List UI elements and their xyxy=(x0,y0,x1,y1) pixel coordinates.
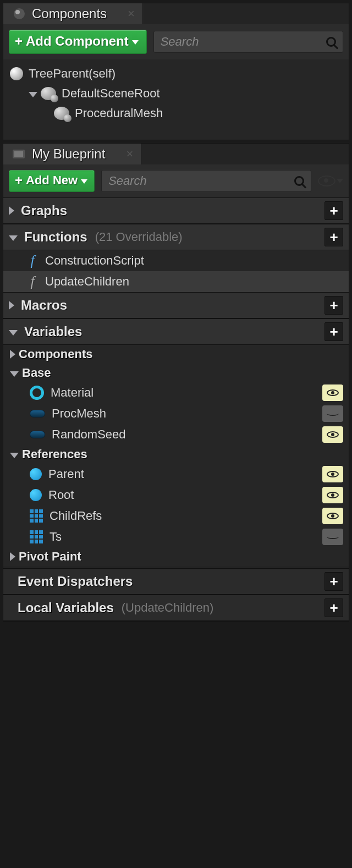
blueprint-search-input[interactable]: Search xyxy=(101,170,311,192)
search-placeholder: Search xyxy=(161,35,199,49)
component-self-label: TreeParent(self) xyxy=(29,67,116,81)
add-dispatcher-button[interactable]: + xyxy=(324,572,343,591)
add-component-label: Add Component xyxy=(26,34,129,49)
components-tab[interactable]: Components × xyxy=(3,3,143,24)
function-item[interactable]: f UpdateChildren xyxy=(3,271,349,292)
chevron-down-icon xyxy=(337,179,343,183)
eye-open-icon xyxy=(327,431,339,438)
category-label: Components xyxy=(19,347,92,361)
visibility-toggle[interactable] xyxy=(322,529,343,545)
eye-closed-icon xyxy=(327,411,339,416)
expand-arrow-icon[interactable] xyxy=(10,371,19,377)
blueprint-tab-bar: My Blueprint × xyxy=(3,144,349,164)
material-ring-icon xyxy=(30,386,44,400)
variable-name: Root xyxy=(48,488,74,502)
object-pill-icon xyxy=(30,410,45,417)
category-base[interactable]: Base xyxy=(3,364,349,382)
section-variables[interactable]: Variables + xyxy=(3,318,349,345)
component-scene-root-row[interactable]: DefaultSceneRoot xyxy=(7,84,345,103)
visibility-toggle[interactable] xyxy=(322,466,343,482)
category-pivot-paint[interactable]: Pivot Paint xyxy=(3,547,349,566)
components-toolbar: + Add Component Search xyxy=(3,24,349,59)
visibility-toggle[interactable] xyxy=(322,405,343,422)
expand-arrow-icon[interactable] xyxy=(29,92,37,97)
add-variable-button[interactable]: + xyxy=(324,322,343,341)
section-macros[interactable]: Macros + xyxy=(3,292,349,318)
components-panel: Components × + Add Component Search Tree… xyxy=(3,3,349,140)
eye-closed-icon xyxy=(327,535,339,539)
add-function-button[interactable]: + xyxy=(324,228,343,246)
variable-row[interactable]: Material xyxy=(3,382,349,403)
component-self-row[interactable]: TreeParent(self) xyxy=(7,64,345,84)
eye-open-icon xyxy=(327,389,339,396)
local-vars-subtitle: (UpdateChildren) xyxy=(122,601,214,615)
eye-open-icon xyxy=(327,513,339,519)
blueprint-toolbar: + Add New Search xyxy=(3,164,349,197)
collapse-arrow-icon[interactable] xyxy=(9,206,14,215)
expand-arrow-icon[interactable] xyxy=(9,330,18,336)
visibility-toggle[interactable] xyxy=(322,508,343,524)
category-components[interactable]: Components xyxy=(3,345,349,364)
component-procmesh-row[interactable]: ProceduralMesh xyxy=(7,103,345,123)
expand-arrow-icon[interactable] xyxy=(9,235,18,241)
components-tree: TreeParent(self) DefaultSceneRoot Proced… xyxy=(3,59,349,140)
visibility-toggle[interactable] xyxy=(322,487,343,503)
components-tab-bar: Components × xyxy=(3,3,349,24)
visibility-filter-button[interactable] xyxy=(318,175,343,186)
category-label: References xyxy=(22,447,87,462)
section-graphs[interactable]: Graphs + xyxy=(3,197,349,224)
variable-name: Material xyxy=(51,386,94,400)
collapse-arrow-icon[interactable] xyxy=(9,301,14,310)
svg-point-0 xyxy=(14,8,25,19)
variable-row[interactable]: ChildRefs xyxy=(3,506,349,526)
variable-row[interactable]: ProcMesh xyxy=(3,403,349,424)
variable-row[interactable]: Root xyxy=(3,485,349,506)
expand-arrow-icon[interactable] xyxy=(10,453,19,458)
variable-name: RandomSeed xyxy=(52,427,126,442)
add-component-button[interactable]: + Add Component xyxy=(9,30,147,54)
functions-title: Functions xyxy=(24,229,87,245)
blueprint-tab[interactable]: My Blueprint × xyxy=(3,144,141,164)
function-name: UpdateChildren xyxy=(45,274,129,289)
variable-row[interactable]: Ts xyxy=(3,526,349,547)
eye-open-icon xyxy=(327,471,339,477)
function-name: ConstructionScript xyxy=(45,254,144,268)
function-icon: f xyxy=(25,273,40,290)
section-event-dispatchers[interactable]: Event Dispatchers + xyxy=(3,568,349,595)
section-functions[interactable]: Functions (21 Overridable) + xyxy=(3,224,349,250)
add-local-var-button[interactable]: + xyxy=(324,598,343,617)
variable-row[interactable]: RandomSeed xyxy=(3,424,349,445)
category-references[interactable]: References xyxy=(3,445,349,464)
visibility-toggle[interactable] xyxy=(322,426,343,443)
macros-title: Macros xyxy=(21,298,67,313)
chevron-down-icon xyxy=(132,40,139,45)
visibility-toggle[interactable] xyxy=(322,384,343,401)
add-graph-button[interactable]: + xyxy=(324,201,343,220)
graphs-title: Graphs xyxy=(21,203,67,218)
close-icon[interactable]: × xyxy=(126,147,133,161)
components-search-input[interactable]: Search xyxy=(153,31,343,53)
add-new-label: Add New xyxy=(26,173,78,188)
function-item[interactable]: f ConstructionScript xyxy=(3,250,349,271)
variable-name: Parent xyxy=(48,467,84,481)
collapse-arrow-icon[interactable] xyxy=(10,552,15,561)
functions-subtitle: (21 Overridable) xyxy=(95,230,183,244)
scene-component-icon xyxy=(54,107,69,120)
add-new-button[interactable]: + Add New xyxy=(9,170,95,192)
eye-open-icon xyxy=(327,492,339,498)
category-label: Base xyxy=(22,366,51,380)
dispatchers-title: Event Dispatchers xyxy=(18,574,133,589)
component-scene-root-label: DefaultSceneRoot xyxy=(62,86,160,101)
object-pill-icon xyxy=(30,431,45,438)
close-icon[interactable]: × xyxy=(128,7,135,21)
collapse-arrow-icon[interactable] xyxy=(10,350,15,359)
components-tab-icon xyxy=(11,6,28,22)
search-icon xyxy=(326,37,336,47)
add-macro-button[interactable]: + xyxy=(324,296,343,315)
section-local-variables[interactable]: Local Variables (UpdateChildren) + xyxy=(3,595,349,621)
search-icon xyxy=(294,176,304,186)
variable-row[interactable]: Parent xyxy=(3,464,349,485)
variables-title: Variables xyxy=(24,324,82,339)
actor-icon xyxy=(10,67,23,80)
object-dot-icon xyxy=(30,468,42,480)
